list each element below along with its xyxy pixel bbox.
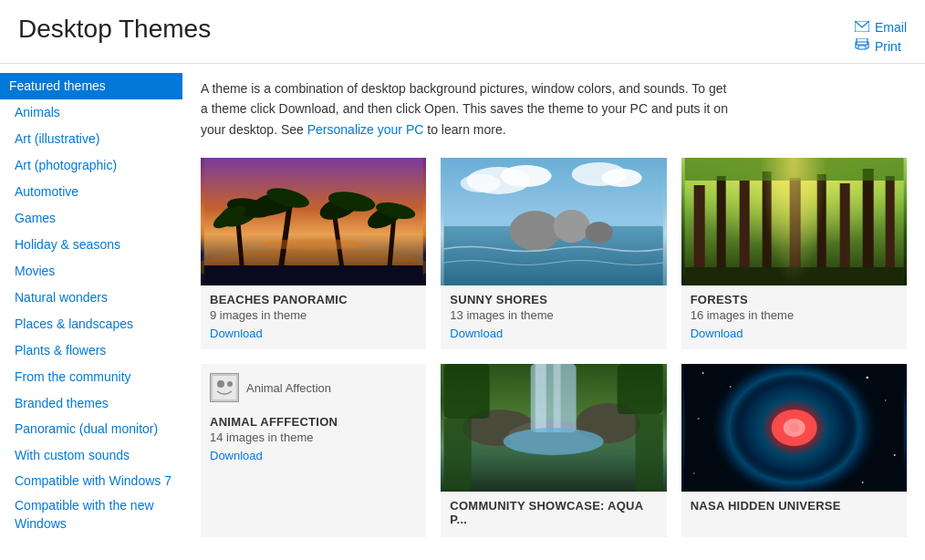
animal-icon-label: Animal Affection [246,381,331,395]
svg-point-64 [697,418,699,420]
sidebar-item-compat-win7[interactable]: Compatible with Windows 7 [0,469,182,494]
animal-count: 14 images in theme [210,430,417,444]
svg-point-67 [861,482,863,483]
svg-point-28 [510,211,561,251]
sidebar-item-movies[interactable]: Movies [0,258,182,285]
sidebar: Featured themes Animals Art (illustrativ… [0,64,182,552]
svg-rect-44 [212,375,237,400]
svg-rect-53 [554,364,561,432]
svg-rect-57 [444,419,472,492]
sidebar-item-panoramic[interactable]: Panoramic (dual monitor) [0,417,182,442]
email-label: Email [875,20,907,35]
aqua-card-body: COMMUNITY SHOWCASE: AQUA P... [441,492,666,537]
svg-point-20 [259,239,369,250]
forests-card-body: FORESTS 16 images in theme Download [681,285,907,349]
sunny-title: SUNNY SHORES [450,293,657,306]
svg-rect-36 [762,171,771,285]
sidebar-item-holiday[interactable]: Holiday & seasons [0,232,182,258]
nasa-title: NASA HIDDEN UNIVERSE [691,499,898,513]
animal-download[interactable]: Download [210,449,263,462]
forests-image [681,158,907,285]
nasa-image [681,364,907,492]
svg-point-23 [501,165,552,187]
svg-rect-19 [204,265,423,285]
svg-point-29 [554,210,590,243]
print-icon [855,38,869,54]
header: Desktop Themes Email Print [0,0,925,64]
forests-download[interactable]: Download [691,327,743,340]
theme-card-forests: FORESTS 16 images in theme Download [681,158,907,349]
page-title: Desktop Themes [18,15,211,44]
themes-row-2: Animal Affection ANIMAL AFFFECTION 14 im… [201,364,907,537]
intro-paragraph: A theme is a combination of desktop back… [201,78,730,140]
sidebar-item-places[interactable]: Places & landscapes [0,311,182,337]
svg-rect-52 [535,364,546,432]
svg-point-24 [461,174,501,192]
animal-icon [210,373,239,402]
sunny-card-body: SUNNY SHORES 13 images in theme Download [441,285,666,349]
svg-point-54 [504,428,604,455]
sidebar-item-community[interactable]: From the community [0,364,182,390]
forests-count: 16 images in theme [691,308,898,322]
forests-title: FORESTS [691,293,898,306]
beaches-image [201,158,426,285]
svg-point-62 [866,377,868,379]
aqua-image [441,364,666,492]
sidebar-item-compat-new[interactable]: Compatible with the new Windows [0,493,182,536]
intro-text-2: to learn more. [423,122,505,137]
theme-card-sunny: SUNNY SHORES 13 images in theme Download [441,158,666,349]
svg-rect-58 [636,414,663,492]
nasa-card-body: NASA HIDDEN UNIVERSE [681,492,907,524]
print-action[interactable]: Print [855,38,907,54]
animal-card-body: ANIMAL AFFFECTION 14 images in theme Dow… [201,408,426,472]
theme-card-aqua: COMMUNITY SHOWCASE: AQUA P... [441,364,666,537]
aqua-title: COMMUNITY SHOWCASE: AQUA P... [450,499,657,526]
svg-rect-42 [684,267,903,285]
svg-rect-43 [684,158,903,181]
svg-point-30 [586,222,613,244]
header-actions: Email Print [855,15,907,54]
sidebar-item-art-photographic[interactable]: Art (photographic) [0,152,182,179]
sidebar-item-art-illustrative[interactable]: Art (illustrative) [0,126,182,152]
svg-rect-56 [618,364,663,414]
svg-point-46 [227,381,233,387]
animal-title: ANIMAL AFFFECTION [210,415,417,429]
svg-point-72 [789,423,798,432]
sidebar-item-automotive[interactable]: Automotive [0,179,182,205]
content-area: A theme is a combination of desktop back… [182,64,925,552]
sidebar-item-natural-wonders[interactable]: Natural wonders [0,285,182,311]
svg-point-26 [602,169,642,187]
sidebar-item-branded[interactable]: Branded themes [0,390,182,417]
print-label: Print [875,39,901,54]
envelope-icon [855,20,869,35]
svg-rect-55 [444,364,490,419]
theme-card-nasa: NASA HIDDEN UNIVERSE [681,364,907,537]
sidebar-item-games[interactable]: Games [0,205,182,232]
sidebar-item-featured[interactable]: Featured themes [0,73,182,99]
svg-point-63 [885,399,887,401]
svg-point-45 [217,380,224,388]
svg-point-66 [693,472,695,474]
sidebar-item-plants[interactable]: Plants & flowers [0,337,182,364]
svg-point-65 [893,454,895,456]
svg-rect-37 [789,178,800,285]
svg-rect-3 [858,46,866,49]
sunny-image [441,158,666,285]
animal-card-header: Animal Affection [201,364,426,408]
sidebar-item-custom-sounds[interactable]: With custom sounds [0,442,182,469]
svg-rect-38 [816,174,826,285]
personalize-link[interactable]: Personalize your PC [307,122,424,137]
email-action[interactable]: Email [855,20,907,35]
sidebar-item-animals[interactable]: Animals [0,99,182,126]
sunny-count: 13 images in theme [450,308,657,322]
sunny-download[interactable]: Download [450,327,503,340]
main-layout: Featured themes Animals Art (illustrativ… [0,64,925,552]
theme-card-beaches: BEACHES PANORAMIC 9 images in theme Down… [201,158,426,349]
theme-card-animal: Animal Affection ANIMAL AFFFECTION 14 im… [201,364,426,537]
beaches-card-body: BEACHES PANORAMIC 9 images in theme Down… [201,285,426,349]
beaches-download[interactable]: Download [210,327,263,340]
themes-row-1: BEACHES PANORAMIC 9 images in theme Down… [201,158,907,349]
svg-point-60 [702,372,703,374]
beaches-title: BEACHES PANORAMIC [210,293,417,306]
beaches-count: 9 images in theme [210,308,417,322]
